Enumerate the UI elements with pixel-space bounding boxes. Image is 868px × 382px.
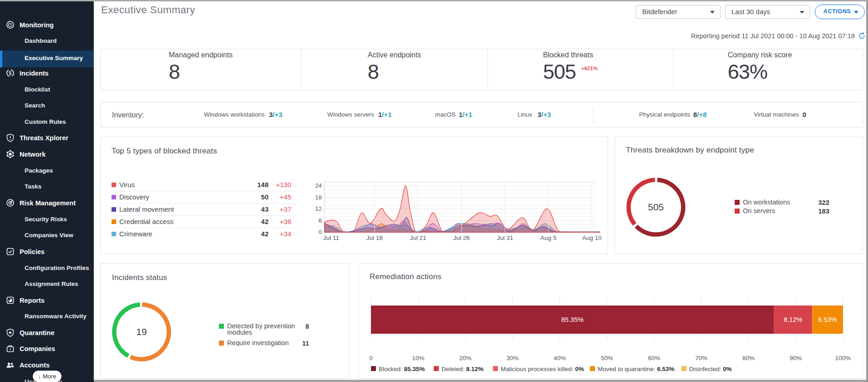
svg-text:Jul 26: Jul 26 <box>453 234 470 241</box>
svg-text:Jul 31: Jul 31 <box>497 234 513 241</box>
svg-text:50%: 50% <box>601 355 613 362</box>
svg-text:Jul 11: Jul 11 <box>323 234 339 241</box>
svg-text:8.12%: 8.12% <box>784 316 802 323</box>
svg-text:505: 505 <box>648 202 664 212</box>
svg-text:85.35%: 85.35% <box>561 316 584 323</box>
svg-text:Jul 21: Jul 21 <box>410 234 426 241</box>
svg-text:90%: 90% <box>790 355 802 362</box>
svg-text:12: 12 <box>315 205 322 212</box>
svg-text:40%: 40% <box>553 355 566 362</box>
svg-text:Aug 5: Aug 5 <box>540 234 556 241</box>
svg-text:20%: 20% <box>459 355 472 362</box>
svg-text:6: 6 <box>319 217 322 224</box>
svg-text:30%: 30% <box>507 355 519 362</box>
svg-text:60%: 60% <box>648 355 660 362</box>
svg-text:24: 24 <box>315 182 322 189</box>
svg-text:10%: 10% <box>412 355 424 362</box>
svg-text:80%: 80% <box>742 355 755 362</box>
svg-text:100%: 100% <box>835 355 851 362</box>
svg-text:Aug 10: Aug 10 <box>582 234 602 241</box>
svg-text:19: 19 <box>136 326 147 337</box>
svg-text:18: 18 <box>315 194 322 201</box>
svg-text:Jul 16: Jul 16 <box>366 234 383 241</box>
svg-text:0: 0 <box>369 355 373 362</box>
svg-text:0: 0 <box>319 229 322 235</box>
svg-text:6.53%: 6.53% <box>818 316 837 323</box>
svg-text:70%: 70% <box>695 355 707 362</box>
